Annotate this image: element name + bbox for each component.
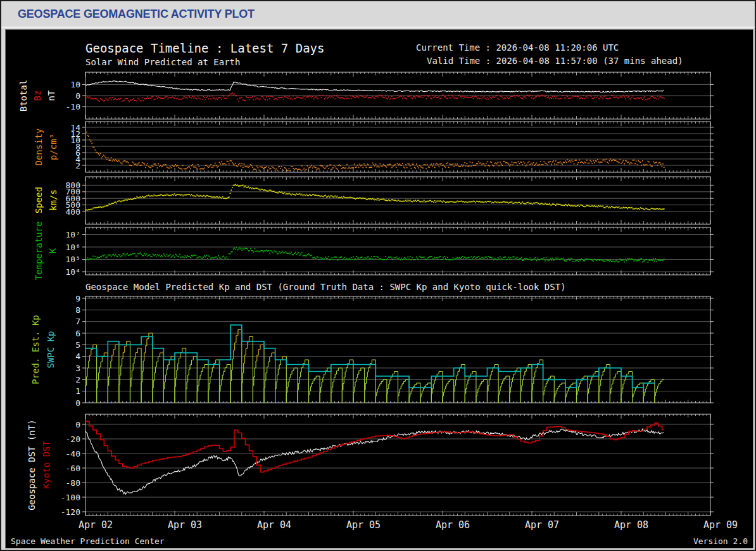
panel-axis-label: Pred. Est. Kp [30, 315, 41, 384]
y-tick-label: 7 [75, 317, 80, 326]
panel-kp: 9876543210Pred. Est. KpSWPC Kp [30, 294, 714, 408]
panel-axis-label: nT [46, 90, 56, 101]
geospace-plot-frame: Geospace Timeline : Latest 7 Days Curren… [5, 29, 753, 548]
chart-panels: 100-10BtotalBznT1412108642Densityp/cm³80… [18, 72, 714, 517]
panel-axis-label: p/cm³ [48, 134, 58, 160]
x-axis: Apr 02Apr 03Apr 04Apr 05Apr 06Apr 07Apr … [79, 519, 738, 531]
y-tick-label: 5 [75, 340, 80, 350]
y-tick-label: 6 [75, 329, 80, 338]
panel-solar_wind_b: 100-10BtotalBznT [18, 72, 714, 119]
y-tick-label: 10⁵ [66, 255, 80, 264]
x-tick-label: Apr 04 [257, 519, 291, 531]
valid-time-label: Valid Time : 2026-04-08 11:57:00 (37 min… [427, 56, 683, 66]
y-tick-label: 10⁶ [66, 243, 80, 252]
time-ticks [85, 414, 710, 516]
panel-border [85, 414, 710, 516]
y-tick-label: 10⁷ [66, 230, 80, 239]
y-tick-label: -60 [66, 464, 80, 473]
y-tick-label: 400 [66, 207, 80, 217]
panel-axis-label: Kyoto DST [41, 441, 51, 489]
series-btotal [85, 81, 664, 92]
page-header: GEOSPACE GEOMAGNETIC ACTIVITY PLOT [1, 1, 755, 28]
panel-axis-label: Bz [32, 91, 42, 101]
y-tick-label: 2 [75, 375, 80, 384]
y-tick-label: -20 [66, 434, 80, 444]
series-speed [85, 184, 664, 211]
x-tick-label: Apr 05 [346, 519, 381, 531]
y-tick-label: -40 [66, 449, 80, 459]
y-tick-label: 3 [75, 364, 80, 373]
y-tick-label: -80 [66, 478, 80, 488]
y-tick-label: -100 [61, 493, 80, 502]
panel-axis-label: Density [34, 128, 44, 165]
series-kyoto-dst [85, 421, 664, 472]
y-tick-label: 0 [75, 420, 80, 429]
x-tick-label: Apr 07 [525, 519, 559, 531]
x-tick-label: Apr 06 [436, 519, 470, 531]
y-tick-label: 9 [75, 294, 80, 303]
y-tick-label: 4 [75, 352, 80, 361]
panel-axis-label: Btotal [18, 80, 28, 112]
panel-axis-label: Temperature [34, 222, 44, 281]
solar-wind-subtitle: Solar Wind Predicted at Earth [85, 57, 240, 67]
x-tick-label: Apr 08 [614, 519, 648, 531]
y-tick-label: 0 [75, 398, 80, 408]
y-tick-label: 2 [75, 161, 80, 170]
footer-right: Version 2.0 [693, 536, 748, 546]
chart-title: Geospace Timeline : Latest 7 Days [85, 41, 325, 55]
panel-temperature: 10⁷10⁶10⁵10⁴TemperatureK [34, 222, 714, 281]
page-title: GEOSPACE GEOMAGNETIC ACTIVITY PLOT [18, 8, 255, 21]
panel-axis-label: Speed [34, 187, 44, 213]
y-tick-label: 8 [75, 305, 80, 315]
panel-speed: 800700600500400Speedkm/s [34, 177, 714, 224]
series-density [85, 129, 664, 171]
current-time-label: Current Time : 2026-04-08 11:20:06 UTC [416, 42, 619, 53]
x-tick-label: Apr 09 [703, 519, 738, 531]
series-pred-est-kp [85, 330, 664, 403]
footer-left: Space Weather Prediction Center [11, 536, 165, 546]
panel-axis-label: km/s [48, 189, 58, 211]
y-tick-label: -10 [66, 102, 80, 111]
x-tick-label: Apr 02 [79, 519, 113, 531]
geospace-timeline-chart: Geospace Timeline : Latest 7 Days Curren… [6, 30, 753, 548]
panel-axis-label: K [47, 248, 58, 253]
y-tick-label: -120 [61, 507, 80, 517]
y-tick-label: 10 [70, 80, 80, 89]
series-bz [85, 92, 664, 102]
x-tick-label: Apr 03 [168, 519, 202, 531]
page: GEOSPACE GEOMAGNETIC ACTIVITY PLOT Geosp… [0, 0, 756, 551]
y-tick-label: 1 [75, 386, 80, 396]
panel-density: 1412108642Densityp/cm³ [34, 122, 714, 172]
series-temperature [85, 247, 664, 263]
y-tick-label: 10⁴ [66, 267, 80, 277]
panel-axis-label: Geospace DST (nT) [27, 419, 37, 510]
panel-axis-label: SWPC Kp [46, 331, 56, 368]
panel-dst: 0-20-40-60-80-100-120Geospace DST (nT)Ky… [27, 414, 714, 517]
kp-dst-section-title: Geospace Model Predicted Kp and DST (Gro… [85, 282, 566, 292]
y-tick-label: 0 [75, 91, 80, 101]
